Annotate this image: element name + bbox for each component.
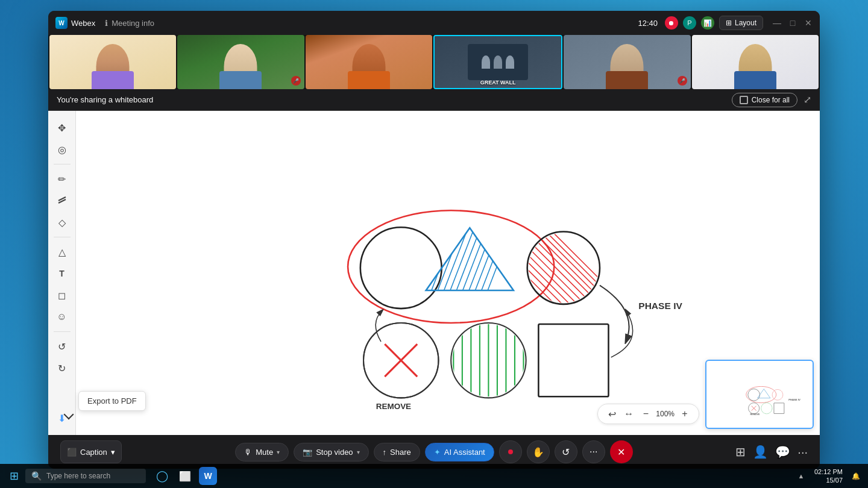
text-tool-button[interactable]: T [52, 264, 72, 283]
svg-text:REMOVE: REMOVE [376, 402, 411, 411]
taskbar-notifications-bell[interactable]: 🔔 [849, 469, 863, 483]
shapes-tool-button[interactable]: △ [52, 242, 72, 261]
bottom-right-controls: ⊞ 👤 💬 ··· [735, 445, 808, 459]
video-thumb-1[interactable] [49, 35, 176, 89]
maximize-button[interactable]: □ [788, 19, 797, 27]
svg-line-24 [529, 240, 600, 311]
chat-button[interactable]: 💬 [775, 445, 790, 459]
title-icons: ⏺ P 📊 ⊞ Layout [665, 16, 763, 30]
select-tool-button[interactable]: ◎ [52, 140, 72, 159]
sharing-message: You're sharing a whiteboard [57, 95, 153, 104]
end-call-icon: ✕ [617, 446, 625, 458]
video-thumb-4[interactable]: GREAT WALL [433, 35, 562, 89]
svg-line-25 [529, 248, 600, 319]
participant-shirt-3 [348, 71, 390, 89]
status-icon-2: 📊 [701, 16, 714, 30]
participant-shirt-6 [734, 71, 776, 89]
webex-logo: W Webex [55, 17, 95, 29]
layout-button[interactable]: ⊞ Layout [719, 16, 763, 30]
share-button[interactable]: ↑ Share [374, 443, 420, 461]
mute-button[interactable]: 🎙 Mute ▾ [235, 443, 289, 461]
ai-label: AI Assistant [444, 448, 485, 457]
undo-button[interactable]: ↺ [52, 337, 72, 356]
more-right-button[interactable]: ··· [797, 445, 808, 459]
meeting-screen [468, 44, 528, 80]
effects-button[interactable]: ↺ [555, 440, 577, 463]
stop-video-label: Stop video [316, 448, 353, 457]
video-thumb-5[interactable]: 🎤 [564, 35, 690, 89]
end-call-button[interactable]: ✕ [610, 440, 633, 463]
emoji-tool-button[interactable]: ☺ [52, 307, 72, 327]
video-thumb-2[interactable]: 🎤 [177, 35, 304, 89]
video-thumb-6[interactable] [692, 35, 819, 89]
taskbar-app-icons: ◯ ⬜ W [153, 467, 217, 485]
recording-indicator: ⏺ [665, 16, 678, 30]
taskbar-clock: 02:12 PM 15/07 [814, 468, 843, 485]
svg-line-29 [529, 278, 574, 323]
svg-line-13 [468, 227, 493, 292]
taskbar-search[interactable]: 🔍 Type here to search [25, 469, 146, 483]
title-bar-center: 12:40 ⏺ P 📊 ⊞ Layout [638, 16, 763, 30]
zoom-out-button[interactable]: − [639, 407, 652, 421]
export-tooltip-text: Export to PDF [87, 396, 137, 405]
meeting-info-btn[interactable]: ℹ Meeting info [105, 19, 154, 28]
ai-assistant-button[interactable]: ✦ AI Assistant [425, 443, 494, 461]
close-for-all-button[interactable]: Close for all [732, 93, 797, 107]
taskbar-cortana[interactable]: ◯ [153, 467, 171, 485]
caption-button[interactable]: ⬛ Caption ▾ [60, 440, 122, 463]
expand-button[interactable]: ⤢ [804, 94, 811, 105]
toolbar-separator-1 [54, 164, 71, 164]
video-strip: 🎤 GREAT WALL 🎤 [48, 35, 820, 89]
svg-rect-48 [538, 324, 608, 396]
record-button[interactable] [499, 440, 522, 463]
participant-shirt-5 [606, 71, 648, 89]
whiteboard-canvas[interactable]: PHASE IV [76, 111, 820, 435]
eraser-tool-button[interactable]: ◇ [52, 213, 72, 232]
search-placeholder-text: Type here to search [46, 472, 110, 480]
taskbar-notification[interactable]: ▲ [794, 469, 808, 483]
note-tool-button[interactable]: ◻ [52, 286, 72, 305]
layout-label: Layout [735, 19, 756, 27]
close-square-icon [740, 96, 748, 104]
svg-point-51 [748, 389, 760, 401]
reactions-button[interactable]: ✋ [527, 440, 550, 463]
video-thumb-3[interactable] [306, 35, 432, 89]
svg-line-14 [475, 227, 500, 292]
minimap: PHASE IV REMOVE [705, 360, 814, 429]
minimize-button[interactable]: — [773, 19, 781, 27]
record-icon [508, 449, 513, 454]
svg-line-7 [431, 227, 456, 292]
highlight-icon [57, 196, 67, 205]
svg-point-53 [772, 390, 783, 401]
caption-chevron: ▾ [111, 448, 115, 457]
start-button[interactable]: ⊞ [5, 467, 23, 485]
zoom-controls: ↩ ↔ − 100% + [597, 404, 699, 424]
svg-rect-59 [774, 403, 784, 414]
close-window-button[interactable]: ✕ [804, 19, 813, 27]
participant-label-4: GREAT WALL [480, 80, 516, 86]
highlight-tool-button[interactable] [52, 191, 72, 210]
mute-chevron: ▾ [277, 449, 280, 455]
more-options-button[interactable]: ··· [582, 440, 605, 463]
svg-line-26 [529, 255, 600, 327]
svg-line-11 [456, 227, 480, 292]
close-all-label: Close for all [752, 96, 790, 104]
move-tool-button[interactable]: ✥ [52, 118, 72, 137]
fit-to-screen-button[interactable]: ↔ [622, 407, 635, 421]
pen-tool-button[interactable]: ✏ [52, 169, 72, 189]
stop-video-button[interactable]: 📷 Stop video ▾ [294, 443, 368, 461]
participants-layout-button[interactable]: ⊞ [735, 445, 746, 459]
zoom-level: 100% [656, 410, 675, 418]
zoom-reset-button[interactable]: ↩ [605, 407, 618, 421]
taskbar-webex-app[interactable]: W [199, 467, 217, 485]
share-label: Share [390, 448, 411, 457]
stop-video-chevron: ▾ [357, 449, 360, 455]
taskbar-task-view[interactable]: ⬜ [176, 467, 194, 485]
meeting-info-label: Meeting info [112, 19, 154, 28]
svg-point-50 [746, 386, 776, 402]
zoom-in-button[interactable]: + [678, 407, 691, 421]
redo-button[interactable]: ↻ [52, 358, 72, 378]
mic-icon: 🎙 [244, 448, 252, 457]
minimap-svg: PHASE IV REMOVE [706, 361, 814, 429]
participants-button[interactable]: 👤 [753, 445, 768, 459]
